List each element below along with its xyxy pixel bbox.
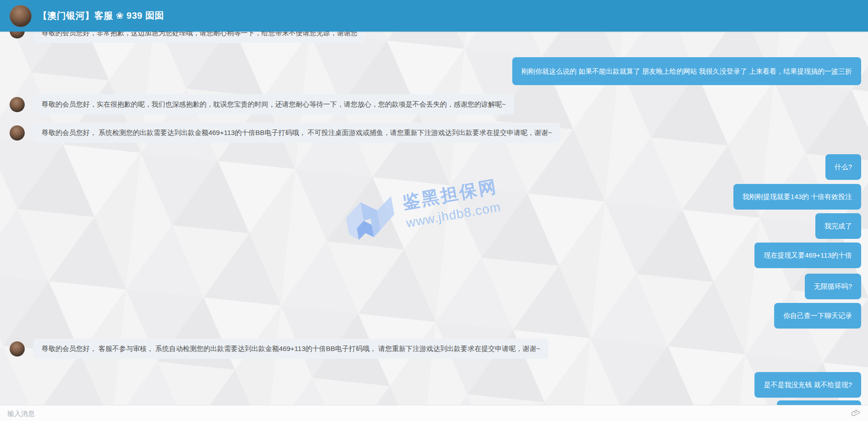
agent-message-bubble: 尊敬的会员您好，实在很抱歉的呢，我们也深感抱歉的，耽误您宝贵的时间，还请您耐心等… xyxy=(33,94,514,114)
user-message-bubble: 是不是我没充钱 就不给提现? xyxy=(754,372,861,398)
agent-avatar xyxy=(10,97,25,112)
agent-message-bubble: 尊敬的会员您好， 客服不参与审核， 系统自动检测您的出款需要达到出款金额469+… xyxy=(33,339,548,359)
user-message-bubble: 我完成了 xyxy=(815,213,861,239)
message-row-agent: 尊敬的会员您好， 客服不参与审核， 系统自动检测您的出款需要达到出款金额469+… xyxy=(0,339,868,359)
message-row-user: 是不是我没充钱 就不给提现? xyxy=(0,372,868,398)
message-row-agent: 尊敬的会员您好，实在很抱歉的呢，我们也深感抱歉的，耽误您宝贵的时间，还请您耐心等… xyxy=(0,94,868,114)
chat-window: 鉴黑担保网 www.jhdb8.com 尊敬的会员您好，非常抱歉，这边加急为您处… xyxy=(0,0,868,421)
message-row-user: 你自己查一下聊天记录 xyxy=(0,303,868,329)
user-message-bubble: 你自己查一下聊天记录 xyxy=(774,303,861,329)
agent-message-bubble: 尊敬的会员您好， 系统检测您的出款需要达到出款金额469+113的十倍BB电子打… xyxy=(33,123,560,143)
user-message-bubble: 什么? xyxy=(825,154,861,180)
message-row-user: 我完成了 xyxy=(0,213,868,239)
header-avatar xyxy=(10,5,32,27)
attach-file-button[interactable] xyxy=(851,408,861,418)
message-row-user: 什么? xyxy=(0,154,868,180)
chat-header: 【澳门银河】客服 ❀ 939 囡囡 xyxy=(0,0,868,32)
chat-scroll-area[interactable]: 尊敬的会员您好，非常抱歉，这边加急为您处理哦，请您耐心稍等一下，给您带来不便请您… xyxy=(0,0,868,405)
message-row-user: 无限循环吗? xyxy=(0,274,868,299)
message-row-user: 刚刚你就这么说的 如果不能出款就算了 朋友晚上给的网站 我很久没登录了 上来看看… xyxy=(0,57,868,85)
message-composer xyxy=(0,405,868,421)
paperclip-icon xyxy=(850,407,862,419)
message-row-agent: 尊敬的会员您好， 系统检测您的出款需要达到出款金额469+113的十倍BB电子打… xyxy=(0,123,868,143)
message-input[interactable] xyxy=(7,410,846,417)
user-message-bubble: 无限循环吗? xyxy=(805,274,861,299)
agent-avatar xyxy=(10,125,25,140)
user-message-bubble-clipped xyxy=(777,400,861,405)
message-row-user: 我刚刚提现就要143的 十倍有效投注 xyxy=(0,184,868,210)
message-row-user-partial xyxy=(0,400,868,405)
chat-title: 【澳门银河】客服 ❀ 939 囡囡 xyxy=(38,10,164,22)
user-message-bubble: 我刚刚提现就要143的 十倍有效投注 xyxy=(733,184,861,210)
user-message-bubble: 刚刚你就这么说的 如果不能出款就算了 朋友晚上给的网站 我很久没登录了 上来看看… xyxy=(512,57,861,85)
message-row-user: 现在提现又要469+113的十倍 xyxy=(0,243,868,268)
agent-avatar xyxy=(10,341,25,356)
user-message-bubble: 现在提现又要469+113的十倍 xyxy=(754,243,861,268)
